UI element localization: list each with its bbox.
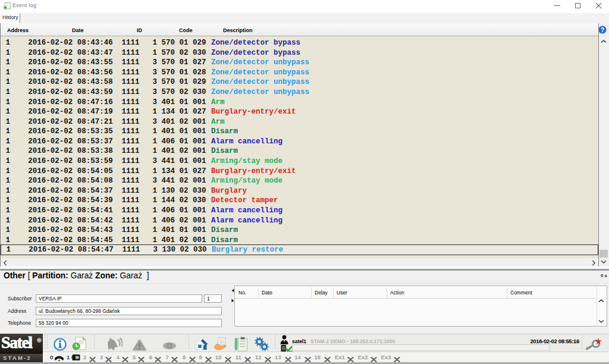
svg-text:?: ? xyxy=(601,27,604,33)
